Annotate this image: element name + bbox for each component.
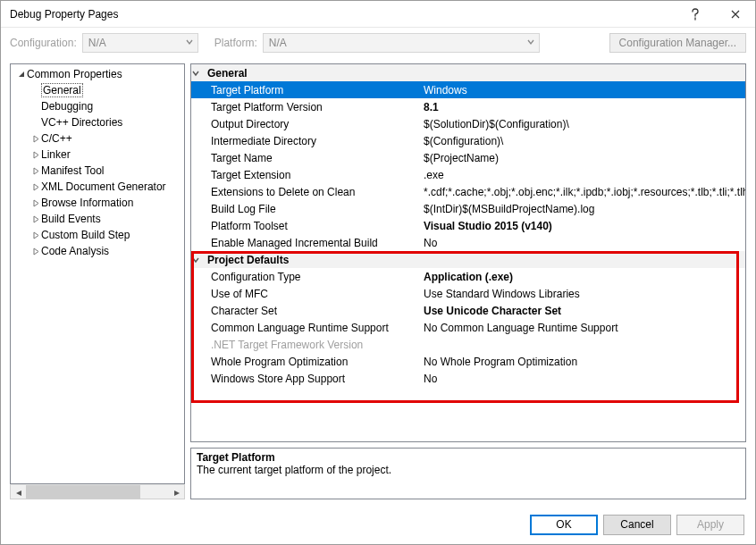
tree-item[interactable]: Custom Build Step xyxy=(11,227,184,243)
collapse-icon xyxy=(191,256,207,264)
tree-item[interactable]: VC++ Directories xyxy=(11,114,184,130)
property-name: Target Extension xyxy=(191,169,424,181)
tree-item[interactable]: Manifest Tool xyxy=(11,163,184,179)
tree-item-label: General xyxy=(41,83,83,97)
property-value: No xyxy=(424,373,745,385)
group-header-label: Project Defaults xyxy=(207,254,289,266)
property-value: Use Standard Windows Libraries xyxy=(424,288,745,300)
close-button[interactable] xyxy=(715,1,755,28)
property-name: Common Language Runtime Support xyxy=(191,322,424,334)
window-title: Debug Property Pages xyxy=(10,8,675,21)
tree-item-label: Code Analysis xyxy=(41,245,109,257)
tree-item-label: VC++ Directories xyxy=(41,116,122,129)
property-row[interactable]: Configuration TypeApplication (.exe) xyxy=(191,268,745,285)
tree-item-label: Linker xyxy=(41,148,71,161)
scroll-right-icon[interactable]: ▸ xyxy=(169,486,184,499)
description-text: The current target platform of the proje… xyxy=(197,464,740,476)
property-row[interactable]: Output Directory$(SolutionDir)$(Configur… xyxy=(191,115,745,132)
tree-item[interactable]: General xyxy=(11,82,184,98)
property-row[interactable]: Whole Program OptimizationNo Whole Progr… xyxy=(191,353,745,370)
configuration-value: N/A xyxy=(88,37,106,49)
tree-item[interactable]: Browse Information xyxy=(11,195,184,211)
scroll-left-icon[interactable]: ◂ xyxy=(11,486,26,499)
property-value: *.cdf;*.cache;*.obj;*.obj.enc;*.ilk;*.ip… xyxy=(424,186,745,198)
tree-item[interactable]: XML Document Generator xyxy=(11,179,184,195)
close-icon xyxy=(731,10,740,19)
apply-button[interactable]: Apply xyxy=(676,515,744,535)
tree-panel: Common PropertiesGeneralDebuggingVC++ Di… xyxy=(10,63,185,499)
help-button[interactable] xyxy=(675,1,715,28)
description-title: Target Platform xyxy=(197,451,740,464)
property-group-header[interactable]: Project Defaults xyxy=(191,251,745,268)
property-name: Build Log File xyxy=(191,203,424,215)
help-icon xyxy=(691,8,700,21)
scroll-thumb[interactable] xyxy=(26,485,140,499)
property-row[interactable]: Platform ToolsetVisual Studio 2015 (v140… xyxy=(191,217,745,234)
ok-button[interactable]: OK xyxy=(530,515,598,535)
property-name: Use of MFC xyxy=(191,288,424,300)
property-value: Use Unicode Character Set xyxy=(424,305,745,317)
dialog-footer: OK Cancel Apply xyxy=(1,505,755,544)
property-name: Enable Managed Incremental Build xyxy=(191,237,424,249)
property-row[interactable]: Intermediate Directory$(Configuration)\ xyxy=(191,132,745,149)
property-name: Configuration Type xyxy=(191,271,424,283)
property-value: .exe xyxy=(424,169,745,181)
scroll-track[interactable] xyxy=(26,485,169,499)
property-group-header[interactable]: General xyxy=(191,64,745,81)
property-name: Target Name xyxy=(191,152,424,164)
property-value: $(Configuration)\ xyxy=(424,135,745,147)
property-grid[interactable]: GeneralTarget PlatformWindowsTarget Plat… xyxy=(190,63,746,442)
cancel-button[interactable]: Cancel xyxy=(603,515,671,535)
expand-icon xyxy=(30,215,41,223)
tree-item[interactable]: Build Events xyxy=(11,211,184,227)
description-panel: Target Platform The current target platf… xyxy=(190,448,746,499)
property-row[interactable]: Extensions to Delete on Clean*.cdf;*.cac… xyxy=(191,183,745,200)
property-name: Character Set xyxy=(191,305,424,317)
tree-item-label: Custom Build Step xyxy=(41,229,130,241)
tree-item-label: C/C++ xyxy=(41,132,72,145)
property-value: $(SolutionDir)$(Configuration)\ xyxy=(424,118,745,130)
tree-item-label: Build Events xyxy=(41,213,101,225)
property-row[interactable]: Enable Managed Incremental BuildNo xyxy=(191,234,745,251)
configuration-dropdown[interactable]: N/A xyxy=(82,33,198,53)
property-row[interactable]: Build Log File$(IntDir)$(MSBuildProjectN… xyxy=(191,200,745,217)
platform-dropdown[interactable]: N/A xyxy=(263,33,540,53)
tree-item[interactable]: C/C++ xyxy=(11,130,184,147)
tree-root-label: Common Properties xyxy=(27,68,122,80)
property-row[interactable]: Target PlatformWindows xyxy=(191,81,745,98)
property-value: No xyxy=(424,237,745,249)
tree-item[interactable]: Code Analysis xyxy=(11,243,184,259)
property-name: .NET Target Framework Version xyxy=(191,339,424,351)
property-row[interactable]: Target Name$(ProjectName) xyxy=(191,149,745,166)
expand-icon xyxy=(30,183,41,191)
horizontal-scrollbar[interactable]: ◂ ▸ xyxy=(10,484,185,499)
expand-icon xyxy=(30,167,41,175)
property-row[interactable]: .NET Target Framework Version xyxy=(191,336,745,353)
expand-icon xyxy=(30,135,41,143)
tree-item[interactable]: Debugging xyxy=(11,98,184,114)
property-value: $(ProjectName) xyxy=(424,152,745,164)
tree-item[interactable]: Linker xyxy=(11,147,184,163)
property-row[interactable]: Common Language Runtime SupportNo Common… xyxy=(191,319,745,336)
platform-label: Platform: xyxy=(214,37,257,49)
tree-item-label: Browse Information xyxy=(41,197,133,209)
property-value: No Common Language Runtime Support xyxy=(424,322,745,334)
property-row[interactable]: Character SetUse Unicode Character Set xyxy=(191,302,745,319)
property-name: Target Platform Version xyxy=(191,101,424,113)
platform-value: N/A xyxy=(269,37,287,49)
property-row[interactable]: Target Platform Version8.1 xyxy=(191,98,745,115)
expand-icon xyxy=(30,151,41,159)
property-row[interactable]: Use of MFCUse Standard Windows Libraries xyxy=(191,285,745,302)
collapse-icon xyxy=(191,69,207,78)
property-value: Application (.exe) xyxy=(424,271,745,283)
category-tree[interactable]: Common PropertiesGeneralDebuggingVC++ Di… xyxy=(10,63,185,484)
property-row[interactable]: Windows Store App SupportNo xyxy=(191,370,745,387)
property-name: Whole Program Optimization xyxy=(191,356,424,368)
titlebar: Debug Property Pages xyxy=(1,1,755,28)
dialog-window: Debug Property Pages Configuration: N/A … xyxy=(0,0,756,545)
property-value: No Whole Program Optimization xyxy=(424,356,745,368)
configuration-manager-button[interactable]: Configuration Manager... xyxy=(609,33,746,53)
property-row[interactable]: Target Extension.exe xyxy=(191,166,745,183)
tree-root[interactable]: Common Properties xyxy=(11,66,184,82)
configuration-label: Configuration: xyxy=(10,37,77,49)
